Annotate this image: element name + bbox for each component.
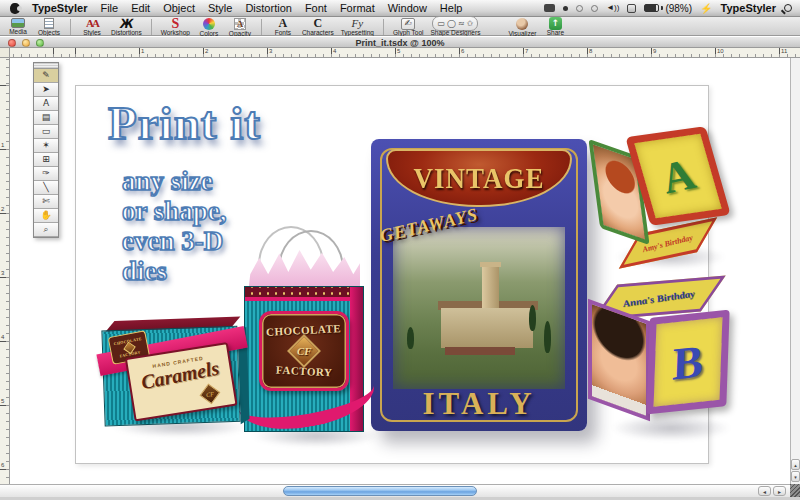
toolbar-label: Workshop — [161, 29, 190, 36]
toolbar-objects-button[interactable]: Objects — [37, 18, 61, 36]
h-ruler-number: 4 — [333, 48, 336, 55]
vertical-ruler: 123456 — [0, 58, 10, 484]
alphabet-block-a-object[interactable]: Amy's Birthday A — [592, 130, 728, 264]
menu-distortion[interactable]: Distortion — [245, 2, 291, 14]
pen-tool[interactable]: ✑ — [34, 167, 58, 181]
toolbar-distortions-button[interactable]: Ж Distortions — [111, 18, 142, 36]
rect-shape-tool[interactable]: ▭ — [34, 125, 58, 139]
h-ruler-number: 5 — [397, 48, 400, 55]
toolbar-label: Styles — [83, 29, 101, 36]
horizontal-scroll-arrows: ◂ ▸ — [758, 486, 786, 496]
toolbar-visualizer-button[interactable]: Visualizer — [508, 18, 536, 37]
toolbar-typesetting-button[interactable]: Fy Typesetting — [341, 18, 374, 36]
line-tool[interactable]: ╲ — [34, 181, 58, 195]
status-dot-icon[interactable] — [563, 6, 568, 11]
toolbar-share-button[interactable]: ↑ Share — [543, 18, 567, 36]
block-b-girl-photo-face — [588, 299, 650, 422]
toolbar-glyph-tool-button[interactable]: ✍ Glyph Tool — [393, 18, 424, 36]
toolbar-colors-button[interactable]: Colors — [197, 18, 221, 37]
grid-tool[interactable]: ⊞ — [34, 153, 58, 167]
horizontal-scrollbar[interactable]: ◂ ▸ — [0, 484, 790, 497]
spotlight-search-icon[interactable] — [784, 4, 792, 12]
hand-tool[interactable]: ✋ — [34, 209, 58, 223]
menu-help[interactable]: Help — [440, 2, 463, 14]
menu-bar: TypeStyler File Edit Object Style Distor… — [0, 0, 800, 17]
bag-body: CHOCOLATE CF FACTORY — [244, 286, 364, 432]
rounded-rect-shape-icon[interactable]: ▭ — [437, 20, 445, 28]
volume-icon[interactable]: ◄)) — [606, 4, 619, 12]
scroll-down-button[interactable]: ▾ — [791, 471, 800, 482]
window-title: Print_it.tsdx @ 100% — [0, 38, 800, 48]
typestyler-menu-extra-icon[interactable]: ⚡ — [700, 3, 712, 14]
input-source-icon[interactable] — [627, 4, 636, 13]
knife-tool[interactable]: ✄ — [34, 195, 58, 209]
toolbar-label: Fonts — [275, 29, 291, 36]
vintage-italy-poster-object[interactable]: VINTAGE GETAWAYS ITALY — [371, 139, 587, 431]
active-app-name[interactable]: TypeStyler — [721, 2, 776, 14]
badge-line2: FACTORY — [276, 365, 333, 379]
poster-title: VINTAGE — [413, 161, 544, 194]
select-arrow-tool[interactable]: ➤ — [34, 83, 58, 97]
menu-style[interactable]: Style — [208, 2, 232, 14]
h-ruler-number: 8 — [589, 48, 592, 55]
star-shape-tool[interactable]: ✶ — [34, 139, 58, 153]
caramels-box-object[interactable]: CHOCOLATE FACTORY HAND CRAFTED Caramels … — [101, 324, 244, 429]
status-circle-icon[interactable] — [591, 5, 598, 12]
toolbar-shape-designers-group[interactable]: ▭ ◯ ≈ ✩ Shape Designers — [431, 18, 481, 36]
text-tool[interactable]: A — [34, 97, 58, 111]
colors-icon — [203, 18, 215, 30]
menu-format[interactable]: Format — [340, 2, 375, 14]
ruler-corner-box — [0, 48, 10, 58]
wave-shape-icon[interactable]: ≈ — [458, 20, 465, 28]
menu-window[interactable]: Window — [388, 2, 427, 14]
toolbar-opacity-button[interactable]: A Opacity — [228, 18, 252, 37]
toolbar-workshop-button[interactable]: S Workshop — [161, 18, 190, 36]
horizontal-scroll-thumb[interactable] — [283, 486, 477, 496]
status-circle-icon[interactable] — [576, 5, 583, 12]
star-shape-icon[interactable]: ✩ — [467, 20, 474, 28]
window-titlebar[interactable]: Print_it.tsdx @ 100% — [0, 36, 800, 48]
scroll-up-button[interactable]: ▴ — [791, 459, 800, 470]
menu-object[interactable]: Object — [163, 2, 195, 14]
scroll-right-button[interactable]: ▸ — [773, 486, 786, 496]
tool-palette[interactable]: ✎➤A▤▭✶⊞✑╲✄✋⌕ — [33, 62, 59, 238]
pencil-tool[interactable]: ✎ — [34, 69, 58, 83]
toolbar-label: Glyph Tool — [393, 29, 424, 36]
circle-shape-icon[interactable]: ◯ — [447, 20, 456, 28]
toolbar-media-button[interactable]: Media — [6, 18, 30, 35]
apple-menu-icon[interactable] — [10, 3, 20, 14]
zoom-tool[interactable]: ⌕ — [34, 223, 58, 237]
toolbar-characters-button[interactable]: C Characters — [302, 18, 334, 36]
gift-bag-object[interactable]: CHOCOLATE CF FACTORY — [238, 226, 372, 434]
fonts-icon: A — [279, 18, 288, 29]
toolbar-styles-button[interactable]: AA Styles — [80, 18, 104, 36]
monastery-building — [441, 308, 533, 348]
vertical-scrollbar[interactable]: ▴ ▾ — [790, 58, 800, 484]
alphabet-block-b-object[interactable]: Anna's Birthday B — [588, 280, 730, 436]
headline-text-object[interactable]: Print it — [108, 96, 261, 150]
cypress-tree — [407, 327, 414, 349]
menu-font[interactable]: Font — [305, 2, 327, 14]
cypress-tree — [544, 321, 551, 353]
chart-tool[interactable]: ▤ — [34, 111, 58, 125]
scroll-left-button[interactable]: ◂ — [758, 486, 771, 496]
objects-icon — [44, 18, 54, 29]
v-ruler-number: 2 — [1, 206, 4, 213]
monastery-tower — [482, 266, 499, 314]
styles-icon: AA — [86, 18, 98, 29]
vertical-scroll-arrows: ▴ ▾ — [791, 459, 800, 482]
subtext-line: even 3-D — [122, 226, 227, 256]
characters-icon: C — [313, 18, 322, 29]
toolbar-separator — [261, 19, 262, 35]
canvas-area[interactable]: Print it any size or shape, even 3-D die… — [10, 58, 790, 484]
subheadline-text-object[interactable]: any size or shape, even 3-D dies — [122, 166, 227, 286]
toolbar-fonts-button[interactable]: A Fonts — [271, 18, 295, 36]
menu-file[interactable]: File — [100, 2, 118, 14]
menu-edit[interactable]: Edit — [131, 2, 150, 14]
cf-monogram-diamond: CF — [199, 383, 220, 404]
toolbar-label: Share — [547, 29, 564, 36]
subtext-line: or shape, — [122, 196, 227, 226]
display-status-icon[interactable] — [544, 4, 555, 12]
battery-indicator[interactable]: (98%) — [644, 3, 692, 14]
menu-typestyler[interactable]: TypeStyler — [32, 2, 87, 14]
